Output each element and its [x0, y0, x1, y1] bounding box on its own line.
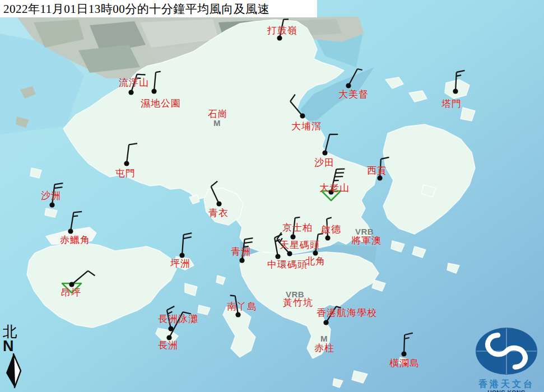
observatory-emblem-icon [474, 326, 539, 376]
wind-map-canvas: 打鼓嶺流浮山濕地公園石崗M大美督塔門大埔滘沙田屯門西貢沙洲大老山青衣赤鱲角京士柏… [0, 0, 544, 392]
logo-name-chinese: 香港天文台 [469, 379, 544, 389]
observatory-logo: 香港天文台 HONG KONG OBSERVATORY [469, 326, 544, 392]
title-bar: 2022年11月01日13時00分的十分鐘平均風向及風速 [0, 0, 317, 17]
hong-kong-basemap [0, 0, 544, 392]
north-label-letter: N [3, 339, 27, 353]
north-indicator: 北 N [1, 325, 27, 392]
map-title: 2022年11月01日13時00分的十分鐘平均風向及風速 [3, 1, 269, 17]
logo-name-english: HONG KONG OBSERVATORY [469, 389, 544, 392]
north-arrow-icon [1, 353, 27, 389]
